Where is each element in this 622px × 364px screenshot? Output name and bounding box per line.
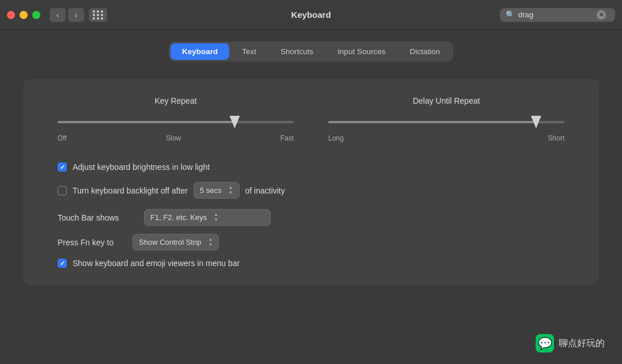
key-repeat-slider-wrap xyxy=(58,113,294,131)
viewers-checkbox[interactable] xyxy=(58,259,67,268)
tab-shortcuts[interactable]: Shortcuts xyxy=(269,43,325,60)
delay-repeat-group: Delay Until Repeat Long Short xyxy=(328,96,564,142)
fn-arrow-down-icon: ▼ xyxy=(208,242,213,247)
fn-key-label: Press Fn key to xyxy=(58,238,127,247)
fn-arrow-up-icon: ▲ xyxy=(208,237,213,242)
traffic-lights xyxy=(7,11,40,19)
touchbar-value: F1, F2, etc. Keys xyxy=(150,213,207,222)
tab-dictation[interactable]: Dictation xyxy=(398,43,452,60)
key-repeat-label: Key Repeat xyxy=(154,96,196,105)
delay-repeat-track xyxy=(328,121,564,123)
backlight-checkbox[interactable] xyxy=(58,186,67,195)
viewers-label: Show keyboard and emoji viewers in menu … xyxy=(73,259,240,268)
key-repeat-off-label: Off xyxy=(58,134,67,142)
nav-buttons: ‹ › xyxy=(50,8,84,22)
key-repeat-fast-label: Fast xyxy=(280,134,294,142)
fn-key-row: Press Fn key to Show Control Strip ▲ ▼ xyxy=(58,234,564,251)
back-button[interactable]: ‹ xyxy=(50,8,66,22)
key-repeat-track-filled xyxy=(58,121,235,123)
touchbar-dropdown-arrows: ▲ ▼ xyxy=(214,213,218,222)
touchbar-row: Touch Bar shows F1, F2, etc. Keys ▲ ▼ xyxy=(58,209,564,226)
backlight-option-row: Turn keyboard backlight off after 5 secs… xyxy=(58,182,564,199)
forward-button[interactable]: › xyxy=(68,8,84,22)
grid-button[interactable] xyxy=(89,8,107,22)
maximize-button[interactable] xyxy=(32,11,40,19)
key-repeat-slow-label: Slow xyxy=(166,134,181,142)
title-bar: ‹ › Keyboard 🔍 ✕ xyxy=(0,0,622,30)
brightness-label: Adjust keyboard brightness in low light xyxy=(73,162,210,172)
search-icon: 🔍 xyxy=(506,10,515,19)
arrow-up-icon: ▲ xyxy=(229,185,233,190)
search-clear-button[interactable]: ✕ xyxy=(597,10,606,20)
watermark: 💬 聊点好玩的 xyxy=(536,334,605,352)
fn-key-value: Show Control Strip xyxy=(139,238,201,247)
arrow-down-icon: ▼ xyxy=(229,191,233,195)
backlight-suffix: of inactivity xyxy=(245,186,285,195)
window-title: Keyboard xyxy=(291,10,331,20)
settings-panel: Key Repeat Off Slow Fast Delay Until Rep… xyxy=(23,79,599,285)
search-box: 🔍 ✕ xyxy=(500,8,615,22)
wechat-icon: 💬 xyxy=(536,334,554,352)
search-input[interactable] xyxy=(518,10,593,19)
tab-keyboard[interactable]: Keyboard xyxy=(170,43,229,60)
brightness-option-row: Adjust keyboard brightness in low light xyxy=(58,162,564,172)
fn-dropdown-arrows: ▲ ▼ xyxy=(208,237,213,247)
fn-key-dropdown[interactable]: Show Control Strip ▲ ▼ xyxy=(132,234,219,251)
touchbar-arrow-down-icon: ▼ xyxy=(214,218,218,222)
tab-bar: Keyboard Text Shortcuts Input Sources Di… xyxy=(169,41,453,62)
backlight-duration-value: 5 secs xyxy=(200,186,222,195)
delay-repeat-short-label: Short xyxy=(548,134,564,142)
key-repeat-track xyxy=(58,121,294,123)
delay-repeat-long-label: Long xyxy=(328,134,344,142)
key-repeat-labels: Off Slow Fast xyxy=(58,134,294,142)
main-content: Keyboard Text Shortcuts Input Sources Di… xyxy=(0,30,622,297)
dropdown-arrows: ▲ ▼ xyxy=(229,185,233,195)
backlight-duration-dropdown[interactable]: 5 secs ▲ ▼ xyxy=(194,182,240,199)
viewers-option-row: Show keyboard and emoji viewers in menu … xyxy=(58,259,564,268)
brightness-checkbox[interactable] xyxy=(58,162,67,172)
touchbar-label: Touch Bar shows xyxy=(58,213,138,222)
touchbar-dropdown[interactable]: F1, F2, etc. Keys ▲ ▼ xyxy=(144,209,271,226)
tab-input-sources[interactable]: Input Sources xyxy=(326,43,397,60)
touchbar-arrow-up-icon: ▲ xyxy=(214,213,218,217)
delay-repeat-slider-wrap xyxy=(328,113,564,131)
sliders-section: Key Repeat Off Slow Fast Delay Until Rep… xyxy=(58,96,564,142)
backlight-label: Turn keyboard backlight off after xyxy=(73,186,188,195)
watermark-text: 聊点好玩的 xyxy=(559,338,605,350)
delay-repeat-labels: Long Short xyxy=(328,134,564,142)
delay-repeat-track-filled xyxy=(328,121,536,123)
grid-icon xyxy=(93,10,104,20)
minimize-button[interactable] xyxy=(20,11,28,19)
close-button[interactable] xyxy=(7,11,15,19)
delay-repeat-label: Delay Until Repeat xyxy=(413,96,480,105)
key-repeat-group: Key Repeat Off Slow Fast xyxy=(58,96,294,142)
tab-text[interactable]: Text xyxy=(230,43,268,60)
